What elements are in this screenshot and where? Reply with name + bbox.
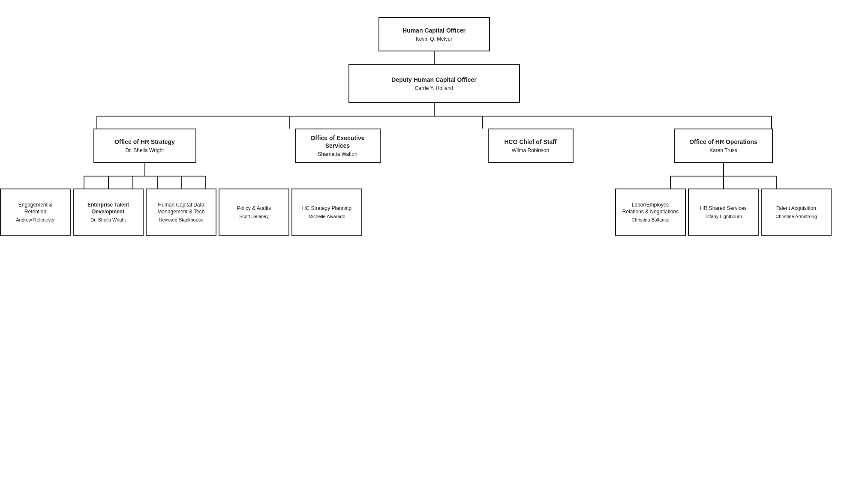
l3-drop-3 bbox=[482, 116, 483, 129]
l3-h-connector bbox=[48, 116, 820, 129]
etd-name: Dr. Sheila Wright bbox=[90, 217, 126, 222]
hcsp-name: Michelle Alvarado bbox=[308, 214, 345, 219]
l4-hr-ops-h-connector bbox=[627, 176, 820, 189]
etd-title: Enterprise Talent Development bbox=[80, 202, 137, 215]
lr-name: Christina Ballance bbox=[631, 217, 670, 222]
hro-name: Karen Truss bbox=[709, 147, 737, 153]
hr-strategy-branch: Office of HR Strategy Dr. Sheila Wright bbox=[48, 129, 241, 236]
l4-drop-4 bbox=[157, 176, 158, 189]
pa-name: Scott Delaney bbox=[239, 214, 268, 219]
hc-strategy-planning-node: HC Strategy Planning Michelle Alvarado bbox=[291, 189, 362, 236]
labor-relations-node: Labor/Employee Relations & Negotiations … bbox=[615, 189, 686, 236]
cos-title: HCO Chief of Staff bbox=[504, 138, 556, 146]
engagement-retention-node: Engagement & Retention Andrew Reltmeyer bbox=[0, 189, 71, 236]
talent-acquisition-node: Talent Acquisition Christine Armstrong bbox=[761, 189, 832, 236]
l4-drop-2 bbox=[108, 176, 109, 189]
es-title: Office of Executive Services bbox=[302, 134, 374, 150]
hco-node: Human Capital Officer Kevin Q. McIver bbox=[378, 17, 490, 51]
hcdm-title: Human Capital Data Management & Tech bbox=[153, 202, 210, 215]
connector-l2-l3-top bbox=[434, 103, 435, 116]
hco-title: Human Capital Officer bbox=[402, 27, 466, 34]
enterprise-talent-node: Enterprise Talent Development Dr. Sheila… bbox=[73, 189, 144, 236]
l4-ops-drop-2 bbox=[723, 176, 724, 189]
er-name: Andrew Reltmeyer bbox=[16, 217, 54, 222]
connector-l3-1-l4 bbox=[144, 163, 145, 176]
hr-shared-services-node: HR Shared Services Tiffany Lightbourn bbox=[688, 189, 759, 236]
l3-drop-2 bbox=[289, 116, 290, 129]
er-title: Engagement & Retention bbox=[7, 202, 64, 215]
chief-of-staff-node: HCO Chief of Staff Wilma Robinson bbox=[488, 129, 574, 163]
l4-ops-drop-1 bbox=[670, 176, 671, 189]
hr-strategy-name: Dr. Sheila Wright bbox=[126, 147, 164, 153]
lr-title: Labor/Employee Relations & Negotiations bbox=[622, 202, 679, 215]
es-name: Sharnetta Walton bbox=[318, 151, 357, 157]
hro-title: Office of HR Operations bbox=[689, 138, 757, 146]
policy-audits-node: Policy & Audits Scott Delaney bbox=[219, 189, 289, 236]
l4-hr-ops-row: Labor/Employee Relations & Negotiations … bbox=[615, 189, 832, 236]
cos-name: Wilma Robinson bbox=[512, 147, 549, 153]
ta-title: Talent Acquisition bbox=[776, 205, 816, 212]
l3-h-line bbox=[96, 116, 772, 117]
l4-drop-6 bbox=[205, 176, 206, 189]
hcdm-name: Heyward Stackhouse bbox=[159, 217, 204, 222]
l4-drop-1 bbox=[84, 176, 84, 189]
connector-l1-l2 bbox=[434, 51, 435, 64]
level3-row: Office of HR Strategy Dr. Sheila Wright bbox=[48, 129, 820, 236]
hcdata-mgmt-node: Human Capital Data Management & Tech Hey… bbox=[146, 189, 216, 236]
hr-operations-node: Office of HR Operations Karen Truss bbox=[674, 129, 773, 163]
dhco-title: Deputy Human Capital Officer bbox=[391, 76, 476, 84]
l4-ops-drop-3 bbox=[776, 176, 777, 189]
exec-services-branch: Office of Executive Services Sharnetta W… bbox=[241, 129, 434, 163]
l4-h-line bbox=[84, 176, 206, 177]
dhco-node: Deputy Human Capital Officer Carrie Y. H… bbox=[348, 64, 520, 103]
level1-branch: Human Capital Officer Kevin Q. McIver De… bbox=[48, 17, 820, 236]
l3-drop-1 bbox=[96, 116, 97, 129]
hrss-title: HR Shared Services bbox=[700, 205, 747, 212]
l4-hr-strategy-h-connector bbox=[48, 176, 241, 189]
connector-l3-4-l4 bbox=[723, 163, 724, 176]
hrss-name: Tiffany Lightbourn bbox=[705, 214, 742, 219]
exec-services-node: Office of Executive Services Sharnetta W… bbox=[295, 129, 381, 163]
l4-drop-3 bbox=[132, 176, 133, 189]
hco-name: Kevin Q. McIver bbox=[416, 36, 452, 42]
hr-strategy-title: Office of HR Strategy bbox=[114, 138, 175, 146]
l3-drop-4 bbox=[771, 116, 772, 129]
hr-strategy-node: Office of HR Strategy Dr. Sheila Wright bbox=[93, 129, 196, 163]
pa-title: Policy & Audits bbox=[237, 205, 271, 212]
ta-name: Christine Armstrong bbox=[775, 214, 817, 219]
org-chart: Human Capital Officer Kevin Q. McIver De… bbox=[0, 0, 868, 253]
hr-operations-branch: Office of HR Operations Karen Truss bbox=[627, 129, 820, 236]
dhco-name: Carrie Y. Holland bbox=[415, 85, 454, 91]
hcsp-title: HC Strategy Planning bbox=[302, 205, 351, 212]
chief-of-staff-branch: HCO Chief of Staff Wilma Robinson bbox=[434, 129, 627, 163]
l4-hr-strategy-row: Customer Relations Keith Walker Engageme… bbox=[0, 189, 362, 236]
l4-drop-5 bbox=[181, 176, 182, 189]
